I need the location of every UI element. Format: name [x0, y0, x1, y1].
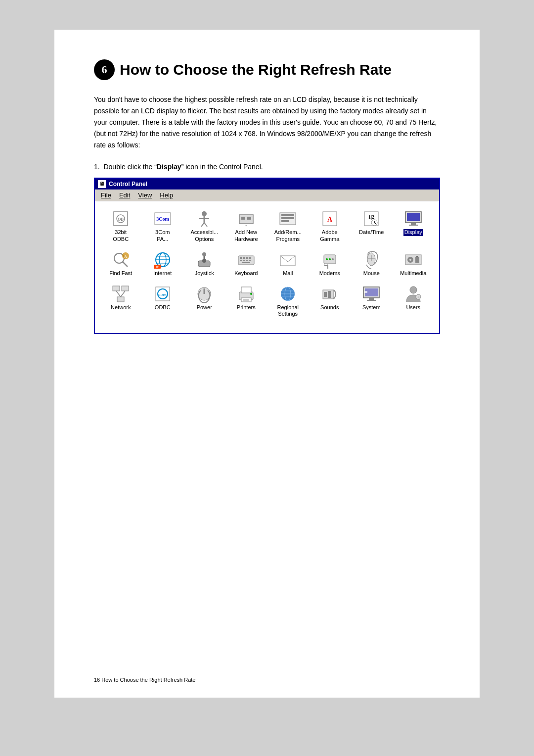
- cp-empty-2: [142, 322, 184, 328]
- svg-rect-15: [281, 214, 294, 216]
- accessibility-icon: [195, 209, 214, 228]
- cp-label: Sounds: [320, 304, 339, 311]
- cp-3com[interactable]: 3Com 3ComPA...: [142, 206, 184, 245]
- svg-rect-28: [409, 225, 418, 226]
- svg-rect-91: [328, 291, 331, 298]
- step-1-label: 1. Double click the “Display” icon in th…: [94, 163, 440, 171]
- window-titlebar: 🖥 Control Panel: [95, 179, 439, 189]
- menu-file[interactable]: File: [97, 190, 115, 200]
- svg-rect-69: [122, 286, 129, 291]
- svg-rect-26: [407, 213, 420, 221]
- svg-rect-51: [246, 260, 248, 261]
- svg-rect-90: [324, 292, 327, 297]
- cp-label: ODBC: [155, 304, 171, 311]
- svg-rect-94: [369, 298, 374, 300]
- cp-multimedia[interactable]: Multimedia: [393, 247, 435, 280]
- cp-label: Date/Time: [359, 229, 384, 236]
- svg-rect-81: [243, 299, 249, 300]
- add-new-hardware-icon: +: [237, 209, 256, 228]
- cp-empty-1: [100, 322, 142, 328]
- cp-system[interactable]: System: [351, 282, 393, 320]
- svg-text:A: A: [327, 216, 333, 223]
- svg-rect-67: [416, 256, 418, 257]
- menu-help[interactable]: Help: [156, 190, 177, 200]
- svg-rect-49: [240, 260, 242, 261]
- cp-32bit-odbc[interactable]: OD 32bitODBC: [100, 206, 142, 245]
- svg-point-56: [326, 258, 328, 260]
- cp-add-remove[interactable]: Add/Rem...Programs: [267, 206, 309, 245]
- cp-display-label: Display: [403, 229, 423, 236]
- cp-label: Users: [406, 304, 420, 311]
- cp-find-fast[interactable]: A Find Fast: [100, 247, 142, 280]
- svg-point-97: [410, 286, 417, 293]
- 32bit-odbc-icon: OD: [111, 209, 130, 228]
- cp-keyboard[interactable]: Keyboard: [225, 247, 267, 280]
- svg-rect-53: [242, 262, 250, 263]
- cp-odbc[interactable]: ODBC ODBC: [142, 282, 184, 320]
- svg-point-83: [250, 293, 252, 295]
- cp-add-new-hardware[interactable]: + Add NewHardware: [225, 206, 267, 245]
- adobe-gamma-icon: A: [320, 209, 339, 228]
- svg-rect-70: [117, 297, 124, 302]
- odbc-icon: ODBC: [153, 284, 172, 303]
- cp-mouse[interactable]: Mouse: [351, 247, 393, 280]
- cp-power[interactable]: Power: [183, 282, 225, 320]
- svg-point-57: [329, 258, 331, 260]
- svg-text:1|2: 1|2: [368, 214, 374, 220]
- svg-line-71: [116, 291, 121, 297]
- cp-mail[interactable]: Mail: [267, 247, 309, 280]
- datetime-icon: 1|2: [362, 209, 381, 228]
- cp-adobe-gamma[interactable]: A AdobeGamma: [309, 206, 351, 245]
- internet-icon: IE: [153, 250, 172, 269]
- modems-icon: [320, 250, 339, 269]
- svg-rect-68: [113, 286, 120, 291]
- menu-view[interactable]: View: [134, 190, 156, 200]
- cp-label: System: [362, 304, 381, 311]
- svg-text:+: +: [417, 295, 419, 299]
- cp-accessibility[interactable]: Accessibi...Options: [183, 206, 225, 245]
- svg-rect-12: [247, 217, 251, 220]
- svg-point-5: [202, 211, 207, 216]
- window-title: Control Panel: [109, 181, 147, 188]
- find-fast-icon: A: [111, 250, 130, 269]
- page-footer: 16 How to Choose the Right Refresh Rate: [94, 677, 195, 683]
- cp-label: Keyboard: [234, 270, 258, 277]
- cp-datetime[interactable]: 1|2 Date/Time: [351, 206, 393, 245]
- cp-empty-3: [183, 322, 225, 328]
- cp-label: 3ComPA...: [155, 229, 170, 242]
- keyboard-icon: [237, 250, 256, 269]
- cp-users[interactable]: + Users: [393, 282, 435, 320]
- cp-internet[interactable]: IE Internet: [142, 247, 184, 280]
- svg-rect-52: [249, 260, 251, 261]
- svg-rect-47: [246, 257, 248, 259]
- svg-line-30: [123, 262, 128, 267]
- control-panel-window: 🖥 Control Panel File Edit View Help OD 3…: [94, 178, 440, 334]
- svg-rect-95: [367, 300, 376, 301]
- svg-text:OD: OD: [118, 217, 124, 222]
- cp-regional[interactable]: RegionalSettings: [267, 282, 309, 320]
- menu-edit[interactable]: Edit: [115, 190, 134, 200]
- window-icon: 🖥: [98, 180, 106, 188]
- cp-modems[interactable]: Modems: [309, 247, 351, 280]
- joystick-icon: [195, 250, 214, 269]
- cp-label: Network: [111, 304, 131, 311]
- cp-label: Power: [197, 304, 212, 311]
- cp-label: Add NewHardware: [234, 229, 258, 242]
- cp-printers[interactable]: Printers: [225, 282, 267, 320]
- svg-text:IE: IE: [156, 266, 159, 269]
- network-icon: [111, 284, 130, 303]
- svg-line-72: [121, 291, 125, 297]
- cp-joystick[interactable]: Joystick: [183, 247, 225, 280]
- page-title-block: 6 How to Choose the Right Refresh Rate: [94, 59, 440, 80]
- cp-label: 32bitODBC: [113, 229, 129, 242]
- system-icon: [362, 284, 381, 303]
- cp-network[interactable]: Network: [100, 282, 142, 320]
- svg-text:3Com: 3Com: [156, 216, 169, 222]
- svg-rect-16: [281, 217, 294, 219]
- svg-rect-45: [240, 257, 242, 259]
- cp-sounds[interactable]: Sounds: [309, 282, 351, 320]
- printers-icon: [237, 284, 256, 303]
- cp-display[interactable]: Display: [393, 206, 435, 245]
- cp-label: Mail: [283, 270, 293, 277]
- svg-point-41: [202, 259, 206, 263]
